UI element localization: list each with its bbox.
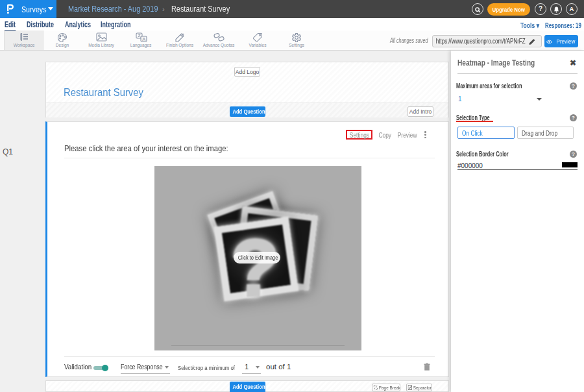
svg-text:A: A xyxy=(142,36,145,42)
